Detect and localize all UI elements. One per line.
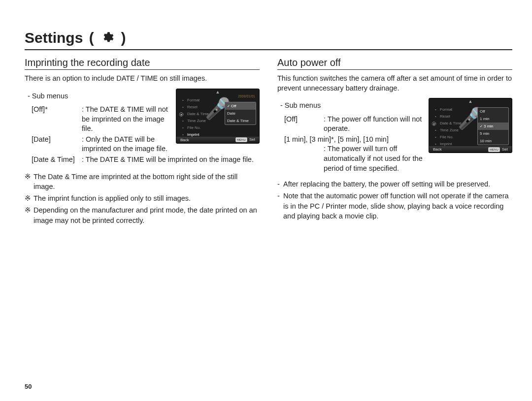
dash-icon: - (277, 191, 283, 221)
menu-key-icon: MENU (488, 147, 500, 152)
page-title-row: Settings ( ) (25, 30, 512, 50)
left-heading: Imprinting the recording date (25, 57, 260, 70)
menu-row: [Date & Time] : The DATE & TIME will be … (32, 155, 260, 165)
lcd-set-group: MENU Set (234, 137, 255, 142)
lcd-item: Time Zone (440, 127, 466, 134)
menu-desc: : Only the DATE will be imprinted on the… (82, 135, 171, 154)
lcd-set-label: Set (502, 147, 508, 152)
right-intro: This function switches the camera off af… (277, 74, 512, 93)
dash-line: - Note that the automatic power off func… (277, 191, 512, 221)
lcd-option-selected: 3 min (478, 123, 508, 130)
lcd-item: Time Zone (187, 118, 214, 124)
lcd-back-label: Back (433, 147, 442, 152)
left-float-wrap: ▲ 🎤 2008/01/01 Format Reset Date & Time … (25, 88, 260, 166)
note-text: Depending on the manufacturer and print … (33, 205, 260, 225)
dash-icon: - (277, 179, 283, 189)
menu-desc: : The DATE & TIME will not be imprinted … (82, 105, 171, 134)
lcd-option: 1 min (478, 115, 508, 123)
lcd-item: File No. (187, 124, 214, 131)
note-line: ※ Depending on the manufacturer and prin… (25, 205, 260, 225)
lcd-option: Off (478, 108, 508, 115)
lcd-item: File No. (440, 134, 466, 141)
lcd-item: Date & Time (440, 120, 466, 127)
menu-row: [Off]* : The DATE & TIME will not be imp… (32, 105, 171, 134)
lcd-option: 5 min (478, 130, 508, 137)
menu-key-icon: MENU (235, 137, 247, 142)
lcd-set-group: MENU Set (487, 147, 508, 152)
up-arrow-icon: ▲ (216, 90, 220, 94)
lcd-set-label: Set (249, 137, 255, 142)
right-column: Auto power off This function switches th… (277, 57, 512, 227)
lcd-option: Date & Time (225, 117, 256, 124)
reference-mark-icon: ※ (25, 172, 33, 192)
left-column: Imprinting the recording date There is a… (25, 57, 260, 227)
lcd-popup: Off Date Date & Time (225, 102, 256, 125)
note-text: The Date & Time are imprinted at the bot… (33, 172, 260, 192)
lcd-item: Format (187, 97, 214, 104)
left-intro: There is an option to include DATE / TIM… (25, 74, 260, 84)
lcd-option: Date (225, 110, 256, 117)
up-arrow-icon: ▲ (468, 99, 473, 104)
gear-icon (101, 31, 114, 47)
paren-open: ( (89, 30, 98, 46)
lcd-item: Date & Time (187, 111, 214, 118)
menu-key: [Off]* (32, 105, 82, 134)
lcd-bottom-bar: Back MENU Set (429, 146, 512, 153)
menu-row: [Date] : Only the DATE will be imprinted… (32, 135, 171, 154)
right-float-wrap: ▲ 🎤 Format Reset Date & Time Time Zone F… (277, 97, 512, 173)
menu-desc: : The power off function will not operat… (324, 115, 424, 134)
menu-key: [Date & Time] (32, 155, 82, 165)
right-heading: Auto power off (277, 57, 512, 70)
date-stamp: 2008/01/01 (238, 94, 255, 98)
page-title: Settings ( ) (25, 30, 128, 47)
manual-page: Settings ( ) Imprinting the recording da… (0, 0, 532, 401)
menu-key: [Date] (32, 135, 82, 154)
right-notes: - After replacing the battery, the power… (277, 179, 512, 221)
page-number: 50 (25, 383, 32, 390)
dash-text: After replacing the battery, the power o… (283, 179, 490, 189)
note-text: The imprint function is applied only to … (33, 193, 191, 203)
paren-close: ) (121, 30, 126, 46)
lcd-imprint: ▲ 🎤 2008/01/01 Format Reset Date & Time … (176, 89, 260, 144)
menu-row: [Off] : The power off function will not … (284, 115, 424, 134)
two-column-layout: Imprinting the recording date There is a… (25, 57, 512, 227)
lcd-item: Reset (187, 104, 214, 111)
lcd-bottom-bar: Back MENU Set (176, 137, 259, 143)
lcd-item: Reset (440, 113, 466, 120)
note-line: ※ The imprint function is applied only t… (25, 193, 260, 203)
note-line: ※ The Date & Time are imprinted at the b… (25, 172, 260, 192)
lcd-back-label: Back (180, 138, 189, 142)
page-title-text: Settings (25, 30, 83, 46)
reference-mark-icon: ※ (25, 205, 33, 225)
reference-mark-icon: ※ (25, 193, 33, 203)
menu-key: [Off] (284, 115, 324, 134)
menu-desc: : The DATE & TIME will be imprinted on t… (82, 155, 260, 165)
lcd-option-selected: Off (225, 102, 256, 110)
lcd-autopoweroff: ▲ 🎤 Format Reset Date & Time Time Zone F… (429, 98, 512, 153)
lcd-popup: Off 1 min 3 min 5 min 10 min (477, 107, 509, 145)
dash-line: - After replacing the battery, the power… (277, 179, 512, 189)
lcd-option: 10 min (478, 137, 508, 145)
dash-text: Note that the automatic power off functi… (283, 191, 512, 221)
lcd-item: Format (440, 106, 466, 113)
left-notes: ※ The Date & Time are imprinted at the b… (25, 172, 260, 225)
